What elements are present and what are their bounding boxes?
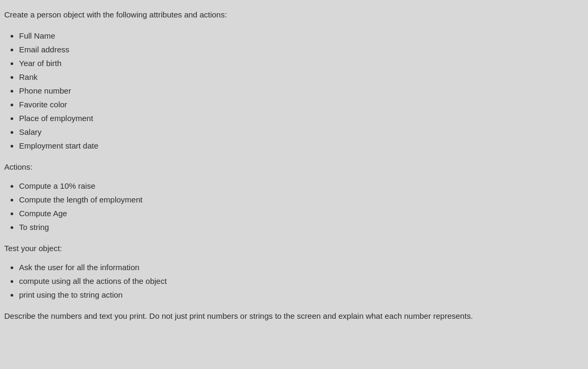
- list-item: compute using all the actions of the obj…: [19, 275, 577, 288]
- list-item: Phone number: [19, 85, 577, 97]
- list-item: Email address: [19, 43, 577, 56]
- intro-text: Create a person object with the followin…: [4, 8, 577, 21]
- list-item: Ask the user for all the information: [19, 261, 577, 274]
- footer-text: Describe the numbers and text you print.…: [4, 310, 577, 322]
- list-item: Place of employment: [19, 112, 577, 125]
- test-heading: Test your object:: [4, 242, 577, 255]
- list-item: print using the to string action: [19, 289, 577, 301]
- test-list: Ask the user for all the informationcomp…: [4, 261, 577, 301]
- list-item: Rank: [19, 71, 577, 84]
- list-item: Year of birth: [19, 57, 577, 70]
- list-item: Compute the length of employment: [19, 193, 577, 206]
- attributes-list: Full NameEmail addressYear of birthRankP…: [4, 30, 577, 152]
- list-item: Salary: [19, 126, 577, 139]
- list-item: Full Name: [19, 30, 577, 42]
- list-item: To string: [19, 221, 577, 234]
- actions-heading: Actions:: [4, 161, 577, 173]
- list-item: Compute Age: [19, 207, 577, 220]
- list-item: Favorite color: [19, 98, 577, 111]
- actions-list: Compute a 10% raiseCompute the length of…: [4, 180, 577, 234]
- list-item: Compute a 10% raise: [19, 180, 577, 192]
- list-item: Employment start date: [19, 140, 577, 152]
